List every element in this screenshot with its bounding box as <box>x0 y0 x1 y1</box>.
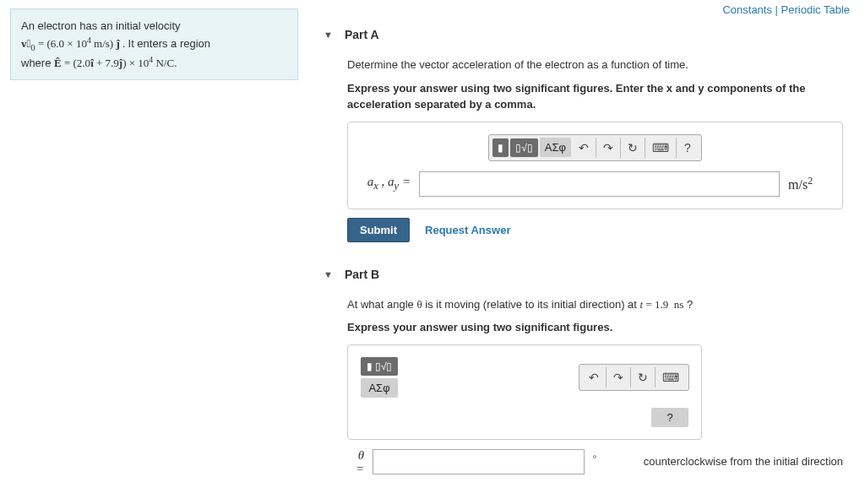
help-button[interactable]: ? <box>677 138 699 158</box>
part-a-submit-button[interactable]: Submit <box>347 218 410 242</box>
problem-statement: An electron has an initial velocity v⃗0 … <box>10 8 298 80</box>
part-b-toolbar: ↶ ↷ ↻ ⌨ <box>579 364 689 391</box>
redo-button[interactable]: ↷ <box>607 367 631 387</box>
part-a-toolbar: ▮ ▯√▯ ΑΣφ ↶ ↷ ↻ ⌨ ? <box>488 134 702 161</box>
part-a-var-label: ax , ay = <box>360 175 411 192</box>
part-a-title: Part A <box>345 28 379 41</box>
reset-button[interactable]: ↻ <box>621 138 645 158</box>
keyboard-button[interactable]: ⌨ <box>656 367 686 387</box>
collapse-icon: ▼ <box>324 30 333 40</box>
part-b-answer-box: ▮ ▯√▯ ΑΣφ ↶ ↷ ↻ ⌨ ? <box>347 344 702 440</box>
part-a-answer-box: ▮ ▯√▯ ΑΣφ ↶ ↷ ↻ ⌨ ? ax , ay = m/s2 <box>347 122 843 209</box>
constants-link[interactable]: Constants <box>722 3 772 16</box>
collapse-icon: ▼ <box>324 269 333 279</box>
part-a-unit: m/s2 <box>788 175 830 192</box>
undo-button[interactable]: ↶ <box>582 367 607 387</box>
undo-button[interactable]: ↶ <box>572 138 596 158</box>
part-b-question: At what angle θ is it moving (relative t… <box>347 296 843 313</box>
periodic-table-link[interactable]: Periodic Table <box>781 3 850 16</box>
greek-button[interactable]: ΑΣφ <box>361 378 398 398</box>
problem-line1: An electron has an initial velocity <box>21 19 181 32</box>
part-b-instruction: Express your answer using two significan… <box>347 319 843 336</box>
toggle-icon[interactable]: ▮ <box>492 138 509 157</box>
reset-button[interactable]: ↻ <box>631 367 656 387</box>
top-links: Constants | Periodic Table <box>317 0 857 19</box>
part-b-input[interactable] <box>373 449 585 474</box>
part-a-request-answer[interactable]: Request Answer <box>425 224 510 236</box>
problem-line3: Ê = (2.0î + 7.9ĵ) × 104 N/C. <box>54 57 177 69</box>
part-b-unit: ° <box>593 453 635 470</box>
problem-line2: v⃗0 = (6.0 × 104 m/s) ĵ . <box>21 37 128 50</box>
part-a-question: Determine the vector acceleration of the… <box>347 57 843 73</box>
greek-button[interactable]: ΑΣφ <box>540 138 571 157</box>
part-a-instruction: Express your answer using two significan… <box>347 80 843 113</box>
part-a-header[interactable]: ▼ Part A <box>317 19 857 50</box>
part-a-input[interactable] <box>419 171 780 197</box>
templates-button[interactable]: ▯√▯ <box>510 138 538 157</box>
toggle-icon[interactable]: ▮ ▯√▯ <box>361 357 398 376</box>
redo-button[interactable]: ↷ <box>596 138 621 158</box>
part-b-header[interactable]: ▼ Part B <box>317 259 857 290</box>
part-b-var-label: θ= <box>347 448 364 476</box>
help-button[interactable]: ? <box>651 408 688 427</box>
keyboard-button[interactable]: ⌨ <box>645 138 677 158</box>
part-b-title: Part B <box>345 268 379 281</box>
part-b-note: counterclockwise from the initial direct… <box>644 455 843 469</box>
